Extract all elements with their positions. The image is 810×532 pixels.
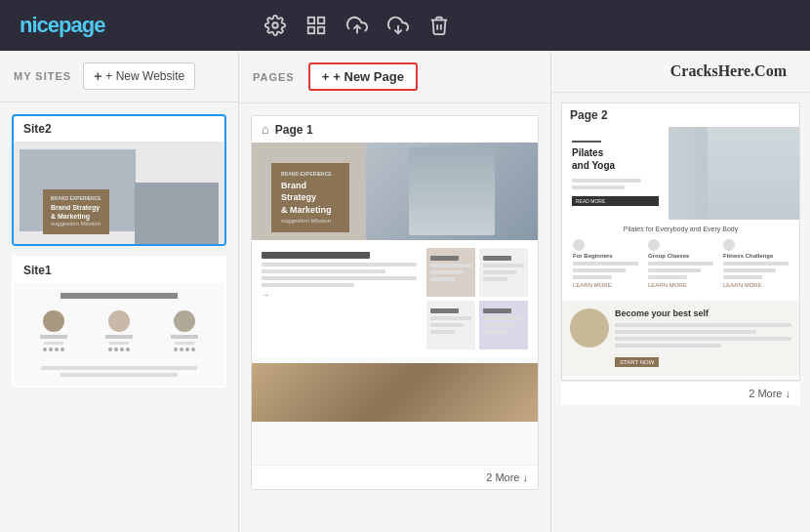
site1-avatars — [21, 310, 217, 351]
site1-title-line — [61, 293, 178, 299]
svg-rect-3 — [308, 27, 314, 33]
feature-beginners: For Beginners LEARN MORE — [570, 236, 641, 291]
svg-rect-4 — [318, 27, 324, 33]
new-page-label: + New Page — [333, 69, 404, 84]
learn-more-link[interactable]: LEARN MORE — [648, 282, 713, 288]
download-icon[interactable] — [387, 15, 409, 36]
page2-become-section: Become your best self START NOW — [562, 301, 799, 376]
avatar-item — [171, 310, 198, 351]
sites-panel-header: MY SITES + + New Website — [0, 51, 238, 102]
grid-icon[interactable] — [305, 15, 327, 36]
home-icon: ⌂ — [262, 122, 269, 137]
page1-about-text: → — [262, 248, 417, 349]
watermark-text: CracksHere.Com — [551, 62, 796, 80]
page1-card[interactable]: ⌂ Page 1 BRAND EXPERIENCE Brand Strategy… — [251, 115, 539, 490]
header-toolbar — [264, 15, 450, 36]
sites-panel: MY SITES + + New Website Site2 BRAND EXP… — [0, 51, 239, 532]
app-logo: nicepage — [20, 13, 104, 38]
page2-circle-decoration — [570, 308, 609, 348]
site2-preview: BRAND EXPERIENCE Brand Strategy& Marketi… — [14, 142, 224, 244]
page1-preview: BRAND EXPERIENCE Brand Strategy& Marketi… — [252, 143, 538, 465]
about-company-img — [426, 248, 475, 297]
pages-panel-header: PAGES + + New Page — [239, 51, 550, 103]
pages-list: ⌂ Page 1 BRAND EXPERIENCE Brand Strategy… — [239, 103, 550, 502]
new-website-button[interactable]: + + New Website — [83, 62, 195, 90]
page2-more-link[interactable]: 2 More ↓ — [561, 381, 800, 405]
settings-icon[interactable] — [264, 15, 286, 36]
page1-hero: BRAND EXPERIENCE Brand Strategy& Marketi… — [252, 143, 538, 240]
page2-title-bar: Page 2 — [562, 103, 799, 127]
page2-features-grid: For Beginners LEARN MORE Group Classes — [570, 236, 791, 291]
page1-hero-image — [366, 143, 538, 240]
feature-label: For Beginners — [573, 253, 638, 259]
new-page-button[interactable]: + + New Page — [308, 62, 418, 91]
avatar-item — [40, 310, 67, 351]
page2-become-title: Become your best self — [615, 308, 791, 320]
plus-icon: + — [94, 68, 101, 84]
page1-name: Page 1 — [275, 123, 313, 137]
svg-point-0 — [273, 22, 279, 28]
learn-more-link[interactable]: LEARN MORE — [723, 282, 789, 288]
page1-footer-image — [252, 363, 538, 422]
feature-icon — [723, 239, 735, 251]
feature-icon — [648, 239, 660, 251]
contact-item — [479, 301, 528, 349]
page2-pilates-title: Pilatesand Yoga — [572, 146, 659, 172]
feature-group-classes: Group Classes LEARN MORE — [645, 236, 716, 291]
what-we-do-item — [479, 248, 528, 297]
page1-more-link[interactable]: 2 More ↓ — [252, 465, 538, 489]
page2-read-more-btn[interactable]: READ MORE — [572, 196, 659, 206]
page1-header: ⌂ Page 1 — [252, 116, 538, 143]
sites-panel-title: MY SITES — [14, 70, 71, 82]
site2-brand-box: BRAND EXPERIENCE Brand Strategy& Marketi… — [43, 189, 109, 234]
page1-about-section: → — [252, 240, 538, 357]
page2-hero-image — [668, 127, 799, 220]
page2-yoga-image — [668, 127, 799, 220]
sites-list: Site2 BRAND EXPERIENCE Brand Strategy& M… — [0, 102, 238, 399]
page2-preview-area: Page 2 Pilatesand Yoga READ MORE — [551, 93, 810, 415]
new-website-label: + New Website — [105, 69, 184, 83]
app-header: nicepage — [0, 0, 810, 51]
page2-features-section: Pilates for Everybody and Every Body For… — [562, 220, 799, 297]
site2-img-right — [135, 183, 219, 244]
page2-name: Page 2 — [570, 108, 608, 122]
site1-preview — [14, 283, 224, 386]
publish-icon[interactable] — [346, 15, 368, 36]
new-page-plus-icon: + — [322, 69, 330, 84]
page2-hero-left: Pilatesand Yoga READ MORE — [562, 127, 668, 220]
page2-subtitle: Pilates for Everybody and Every Body — [570, 225, 791, 232]
avatar-item — [105, 310, 133, 351]
site1-title: Site1 — [14, 258, 224, 283]
svg-rect-2 — [318, 18, 324, 23]
learn-more-link[interactable]: LEARN MORE — [573, 282, 638, 288]
site2-title: Site2 — [14, 116, 224, 142]
svg-rect-1 — [308, 18, 314, 23]
page1-arrow-link: → — [262, 291, 417, 300]
feature-fitness: Fitness Challenge LEARN MORE — [720, 236, 791, 291]
page1-brand-box: BRAND EXPERIENCE Brand Strategy& Marketi… — [271, 163, 349, 232]
feature-label: Fitness Challenge — [723, 253, 789, 259]
page2-panel-header: CracksHere.Com — [551, 51, 810, 93]
site-card-site1[interactable]: Site1 — [12, 256, 226, 388]
pages-panel-title: PAGES — [253, 71, 295, 83]
meet-team-item — [426, 301, 475, 349]
page2-panel: CracksHere.Com Page 2 Pilatesand Yoga — [551, 51, 810, 532]
page2-become-text: Become your best self START NOW — [615, 308, 791, 368]
page2-hero: Pilatesand Yoga READ MORE — [562, 127, 799, 220]
page2-start-now-btn[interactable]: START NOW — [615, 357, 659, 367]
page2-card[interactable]: Page 2 Pilatesand Yoga READ MORE — [561, 102, 800, 381]
feature-label: Group Classes — [648, 253, 713, 259]
feature-icon — [573, 239, 585, 251]
pages-panel: PAGES + + New Page ⌂ Page 1 — [239, 51, 551, 532]
main-content: MY SITES + + New Website Site2 BRAND EXP… — [0, 51, 810, 532]
site-card-site2[interactable]: Site2 BRAND EXPERIENCE Brand Strategy& M… — [12, 114, 226, 246]
delete-icon[interactable] — [428, 15, 450, 36]
